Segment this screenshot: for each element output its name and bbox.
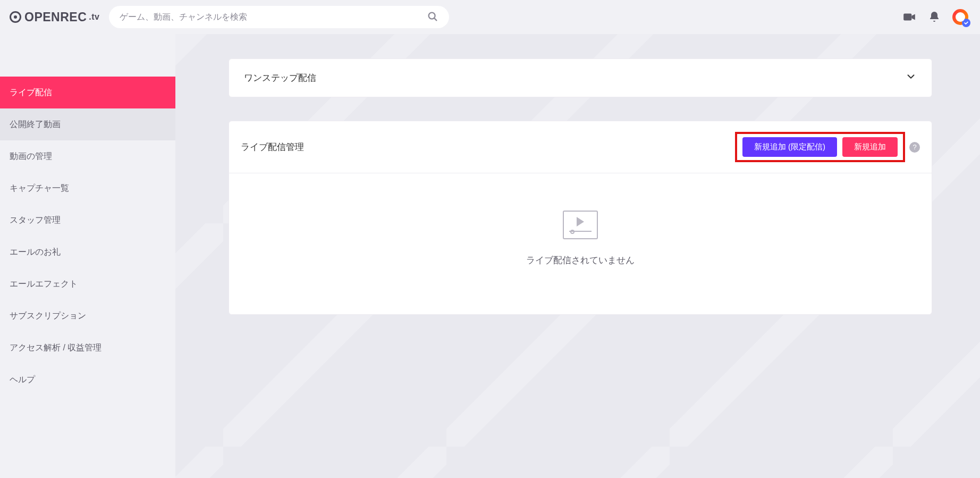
add-limited-button[interactable]: 新規追加 (限定配信) bbox=[742, 137, 837, 157]
highlight-box: 新規追加 (限定配信) 新規追加 bbox=[735, 132, 905, 162]
sidebar-item-label: ライブ配信 bbox=[10, 87, 52, 98]
card-live-manage: ライブ配信管理 新規追加 (限定配信) 新規追加 ? ライブ配信されていません bbox=[229, 121, 932, 315]
live-manage-header: ライブ配信管理 新規追加 (限定配信) 新規追加 ? bbox=[229, 121, 932, 173]
sidebar-item-subscription[interactable]: サブスクリプション bbox=[0, 300, 175, 332]
logo-text: OPENREC bbox=[24, 10, 87, 24]
svg-line-1 bbox=[434, 18, 436, 20]
sidebar-item-live-broadcast[interactable]: ライブ配信 bbox=[0, 77, 175, 108]
search-input[interactable] bbox=[120, 12, 425, 22]
logo[interactable]: OPENREC.tv bbox=[10, 10, 99, 24]
add-button[interactable]: 新規追加 bbox=[842, 137, 898, 157]
sidebar-item-captures[interactable]: キャプチャ一覧 bbox=[0, 172, 175, 204]
avatar[interactable] bbox=[952, 9, 968, 25]
sidebar-item-label: スタッフ管理 bbox=[10, 215, 61, 226]
bell-icon[interactable] bbox=[928, 11, 941, 23]
sidebar-item-video-management[interactable]: 動画の管理 bbox=[0, 140, 175, 172]
main-content: ワンステップ配信 ライブ配信管理 新規追加 (限定配信) 新規追加 ? ライブ配… bbox=[175, 0, 980, 370]
header-icons bbox=[902, 9, 968, 25]
chevron-down-icon bbox=[905, 71, 917, 85]
onestep-toggle[interactable]: ワンステップ配信 bbox=[229, 59, 932, 97]
sidebar-item-yell-effect[interactable]: エールエフェクト bbox=[0, 268, 175, 300]
card-onestep: ワンステップ配信 bbox=[229, 58, 932, 97]
onestep-title: ワンステップ配信 bbox=[244, 72, 316, 84]
live-manage-title: ライブ配信管理 bbox=[241, 141, 304, 153]
header: OPENREC.tv bbox=[0, 0, 980, 34]
sidebar-item-label: エールのお礼 bbox=[10, 247, 61, 258]
help-icon[interactable]: ? bbox=[909, 142, 920, 153]
sidebar-item-yell-thanks[interactable]: エールのお礼 bbox=[0, 236, 175, 268]
sidebar-item-label: エールエフェクト bbox=[10, 279, 78, 290]
sidebar-item-label: キャプチャ一覧 bbox=[10, 183, 69, 194]
live-manage-body: ライブ配信されていません bbox=[229, 173, 932, 314]
search-button[interactable] bbox=[425, 9, 441, 26]
empty-state-icon bbox=[563, 211, 598, 239]
sidebar-item-label: 動画の管理 bbox=[10, 151, 52, 162]
sidebar-item-label: 公開終了動画 bbox=[10, 119, 61, 130]
sidebar-item-analytics-revenue[interactable]: アクセス解析 / 収益管理 bbox=[0, 332, 175, 364]
sidebar-item-ended-videos[interactable]: 公開終了動画 bbox=[0, 108, 175, 140]
search-box[interactable] bbox=[109, 6, 449, 28]
sidebar-item-label: アクセス解析 / 収益管理 bbox=[10, 342, 102, 354]
sidebar-item-help[interactable]: ヘルプ bbox=[0, 364, 175, 396]
logo-tld: .tv bbox=[89, 12, 99, 22]
logo-mark-icon bbox=[10, 11, 21, 23]
svg-rect-2 bbox=[903, 14, 911, 21]
empty-state-text: ライブ配信されていません bbox=[526, 254, 635, 266]
sidebar: ライブ配信公開終了動画動画の管理キャプチャ一覧スタッフ管理エールのお礼エールエフ… bbox=[0, 34, 175, 478]
search-icon bbox=[427, 11, 438, 22]
live-manage-actions: 新規追加 (限定配信) 新規追加 ? bbox=[735, 132, 920, 162]
verified-badge-icon bbox=[962, 19, 970, 27]
sidebar-item-label: サブスクリプション bbox=[10, 311, 86, 322]
camera-icon[interactable] bbox=[902, 10, 916, 24]
sidebar-item-staff[interactable]: スタッフ管理 bbox=[0, 204, 175, 236]
sidebar-item-label: ヘルプ bbox=[10, 374, 35, 385]
